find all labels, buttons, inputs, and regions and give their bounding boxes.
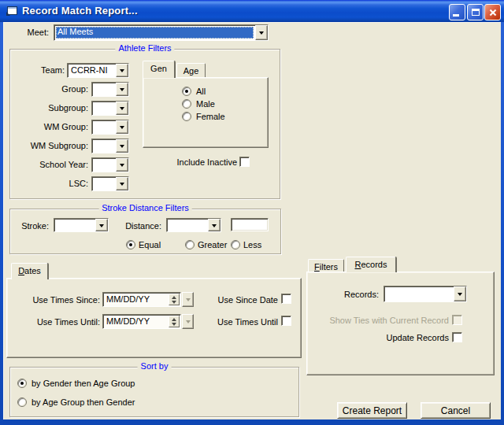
spin-down-icon [172,301,176,306]
date-spinner[interactable] [169,294,180,305]
lsc-combobox[interactable] [91,176,129,191]
tab-records[interactable]: Records [346,257,396,272]
chevron-down-icon[interactable] [116,158,128,172]
distance-value-input[interactable] [231,218,269,231]
lsc-combobox-value [92,177,116,190]
close-button[interactable] [484,4,501,20]
use-times-until-input[interactable]: MM/DD/YY [102,314,181,329]
tab-dates-label: Dates [18,266,41,275]
chevron-down-icon[interactable] [116,139,128,153]
chevron-down-icon[interactable] [116,177,128,190]
meet-label: Meet: [16,28,49,37]
school-year-combobox[interactable] [91,157,129,172]
radio-gender-male[interactable] [182,99,191,109]
subgroup-combobox[interactable] [91,101,129,116]
close-icon [488,8,498,17]
spin-up-icon [172,316,176,321]
wm-group-combobox-value [92,120,116,134]
use-times-since-calendar-button[interactable] [182,292,194,307]
wm-subgroup-label: WM Subgroup: [9,141,88,150]
sort-by-group: Sort by [9,367,299,417]
stroke-combobox-value [54,219,95,231]
subgroup-combobox-value [92,102,116,115]
chevron-down-icon[interactable] [454,286,466,301]
athlete-filters-title: Athlete Filters [115,43,174,53]
window-titlebar[interactable]: Record Match Report... [0,0,504,22]
radio-equal-label: Equal [139,240,161,249]
school-year-label: School Year: [9,160,88,169]
group-combobox-value [92,83,116,96]
radio-sort-age-gender-label: by Age Group then Gender [32,397,135,407]
distance-label: Distance: [114,221,161,231]
cancel-button[interactable]: Cancel [421,402,491,419]
include-inactive-label: Include Inactive [142,157,237,167]
update-records-label: Update Records [354,333,449,342]
group-label: Group: [9,84,88,94]
minimize-button[interactable] [449,4,465,20]
stroke-distance-filters-title: Stroke Distance Filters [98,203,192,213]
form-icon [6,5,19,17]
use-since-date-label: Use Since Date [194,295,278,305]
use-times-until-calendar-button[interactable] [182,314,194,329]
radio-gender-all[interactable] [182,87,191,96]
radio-sort-gender-age-label: by Gender then Age Group [32,379,135,388]
group-combobox[interactable] [91,82,129,97]
radio-less[interactable] [231,240,240,249]
subgroup-label: Subgroup: [9,103,88,113]
use-times-until-value: MM/DD/YY [103,315,168,328]
tab-filters[interactable]: Filters [308,259,344,272]
use-since-date-checkbox[interactable] [281,294,291,304]
tab-age[interactable]: Age [176,63,206,77]
radio-less-label: Less [243,240,261,249]
tab-gen[interactable]: Gen [143,61,175,78]
use-times-until-label: Use Times Until: [16,317,100,327]
use-times-since-input[interactable]: MM/DD/YY [102,292,181,307]
show-ties-label: Show Ties with Current Record [315,316,449,325]
wm-subgroup-combobox[interactable] [91,139,129,153]
chevron-down-icon[interactable] [116,64,128,77]
include-inactive-checkbox[interactable] [239,157,250,167]
date-spinner[interactable] [169,316,180,327]
maximize-button[interactable] [467,4,484,20]
maximize-icon [472,9,480,16]
use-times-since-value: MM/DD/YY [103,293,168,306]
chevron-down-icon[interactable] [255,25,268,40]
use-times-until-checkbox[interactable] [281,316,291,326]
chevron-down-icon [186,320,191,326]
meet-combobox[interactable]: All Meets [54,24,269,41]
records-combobox[interactable] [384,286,467,302]
records-combobox-value [384,286,454,301]
spin-up-icon [172,294,176,299]
tab-filters-label: Filters [314,262,338,272]
wm-subgroup-combobox-value [92,139,116,153]
radio-sort-age-gender[interactable] [17,397,27,407]
sort-by-title: Sort by [138,361,172,371]
chevron-down-icon[interactable] [116,120,128,134]
chevron-down-icon[interactable] [116,83,128,96]
show-ties-checkbox [452,315,462,325]
update-records-checkbox[interactable] [452,332,462,342]
tab-records-label: Records [355,260,387,269]
chevron-down-icon[interactable] [208,219,220,231]
tab-gen-label: Gen [150,64,167,73]
tab-age-label: Age [183,66,199,76]
chevron-down-icon[interactable] [95,219,108,231]
team-combobox[interactable]: CCRR-NI [67,63,129,78]
radio-equal[interactable] [126,240,135,249]
school-year-combobox-value [92,158,116,172]
create-report-button[interactable]: Create Report [337,402,407,419]
record-match-report-window: Record Match Report... Meet: All Meets A… [0,0,504,425]
radio-gender-all-label: All [196,87,206,96]
tab-dates[interactable]: Dates [11,263,48,279]
stroke-combobox[interactable] [54,218,109,232]
chevron-down-icon [186,298,191,304]
distance-combobox[interactable] [166,218,221,232]
radio-greater[interactable] [185,240,195,249]
radio-gender-female[interactable] [182,112,191,121]
stroke-label: Stroke: [9,221,49,231]
radio-sort-gender-age[interactable] [17,379,27,388]
distance-combobox-value [167,219,208,231]
chevron-down-icon[interactable] [116,102,128,115]
records-label: Records: [331,290,379,299]
wm-group-combobox[interactable] [91,120,129,135]
